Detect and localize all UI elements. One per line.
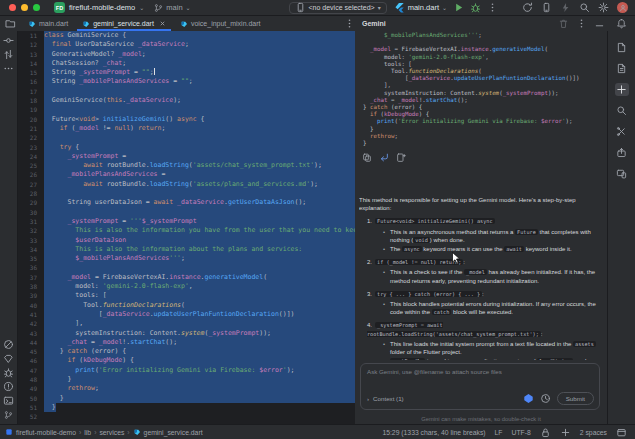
indent-widget[interactable]: 2 spaces (580, 429, 607, 436)
gemini-code-line: $_mobilePlansAndServices'''; (363, 32, 607, 39)
encoding-widget[interactable]: UTF-8 (512, 429, 531, 436)
editor-line: 42 ], (18, 319, 355, 328)
device-selector[interactable]: <no device selected> ▾ (289, 2, 387, 14)
minimize-panel-icon[interactable] (594, 18, 605, 29)
editor-line: 20 Future<void> initializeGemini() async… (18, 115, 355, 124)
context-toggle[interactable]: Context (1) (367, 395, 404, 402)
tab-label: voice_input_mixin.dart (191, 20, 261, 27)
sync-off-icon[interactable] (2, 338, 16, 351)
person-icon (619, 4, 627, 12)
left-stripe-top (2, 33, 16, 76)
gemini-gem-icon[interactable] (523, 393, 534, 404)
lock-icon[interactable] (540, 427, 551, 438)
editor-line: 47 print('Error initializing Gemini via … (18, 366, 355, 375)
minimize-window-button[interactable] (21, 4, 28, 11)
editor-line: 25 await rootBundle.loadString('assets/c… (18, 161, 355, 170)
tab-voice_input_mixin.dart[interactable]: voice_input_mixin.dart (173, 16, 268, 31)
breadcrumb-item[interactable]: services (99, 429, 124, 436)
gemini-code-line: ], (363, 82, 607, 89)
chevron-down-icon: ⌄ (186, 4, 191, 11)
doc-icon[interactable] (615, 41, 629, 54)
close-window-button[interactable] (9, 4, 16, 11)
code-editor[interactable]: 11class GeminiService {12 final UserData… (18, 31, 355, 424)
caret-position-widget[interactable]: 15:29 (1333 chars, 40 line breaks) (382, 429, 485, 436)
settings-icon[interactable] (598, 2, 609, 13)
terminal-icon[interactable] (2, 394, 16, 407)
panel-options-icon[interactable] (576, 18, 587, 29)
commit-icon[interactable] (2, 34, 16, 47)
insert-icon[interactable] (379, 152, 389, 162)
bug-grey-icon[interactable] (2, 366, 16, 379)
doc-copy-icon[interactable] (615, 62, 629, 75)
more-h-icon[interactable] (2, 62, 16, 75)
dart-icon (82, 20, 90, 28)
popup-icon[interactable] (616, 427, 627, 438)
sync-icon[interactable] (522, 2, 533, 13)
gemini-code-line: _chat = _model!.startChat(); (363, 97, 607, 104)
export-icon[interactable] (615, 146, 629, 159)
breadcrumb-item[interactable]: gemini_service.dart (144, 429, 203, 436)
git-branch-icon[interactable] (2, 408, 16, 421)
explanation-bullet: The async keyword means it can use the a… (383, 245, 599, 253)
avatar[interactable] (617, 2, 628, 13)
editor-line: 52 (18, 412, 355, 421)
breadcrumb-item[interactable]: fireflut-mobile-demo (16, 429, 76, 436)
pin-icon[interactable] (615, 83, 629, 96)
zoom-window-button[interactable] (33, 4, 40, 11)
copy-icon[interactable] (362, 152, 372, 162)
plus-icon[interactable] (560, 427, 571, 438)
editor-line: 32 This is also the information you have… (18, 226, 355, 235)
editor-line: 12 final UserDataService _dataService; (18, 40, 355, 49)
project-selector[interactable]: FD fireflut-mobile-demo ⌄ (49, 2, 149, 13)
run-button[interactable] (453, 2, 464, 13)
problems-icon[interactable] (2, 380, 16, 393)
cut-icon[interactable] (615, 125, 629, 138)
gem-outline-icon[interactable] (2, 352, 16, 365)
project-tool-icon[interactable] (0, 18, 21, 29)
device-manager-icon[interactable] (541, 2, 552, 13)
chevron-down-icon: ▾ (378, 4, 381, 11)
gemini-input-box[interactable]: Ask Gemini, use @filename to attach sour… (360, 363, 600, 410)
editor-line: 24 _systemPrompt = (18, 152, 355, 161)
editor-line: 50 } (18, 394, 355, 403)
editor-line: 37 _model = FirebaseVertexAI.instance.ge… (18, 273, 355, 282)
gemini-code-line: model: 'gemini-2.0-flash-exp', (363, 54, 607, 61)
editor-line: 48 } (18, 375, 355, 384)
gemini-code-actions (355, 148, 607, 162)
explanation-numbered-item: 1.Future<void> initializeGemini() async (367, 217, 599, 225)
search-icon[interactable] (579, 2, 590, 13)
editor-line: 29 String userDataJson = await _dataServ… (18, 198, 355, 207)
editor-line: 39 tools: [ (18, 291, 355, 300)
gemini-input-bottom: Context (1) Submit (367, 392, 594, 405)
close-icon[interactable] (159, 20, 166, 27)
hot-reload-icon[interactable] (560, 2, 571, 13)
gemini-code-line: print('Error initializing Gemini via Fir… (363, 118, 607, 125)
left-tool-stripe (0, 31, 18, 424)
title-bar: FD fireflut-mobile-demo ⌄ main ⌄ <no dev… (0, 0, 635, 16)
history-clock-icon[interactable] (540, 393, 551, 404)
devices-icon[interactable] (615, 167, 629, 180)
new-file-icon[interactable] (396, 152, 406, 162)
notifications-bell-icon[interactable] (616, 18, 627, 29)
branch-selector[interactable]: main ⌄ (149, 3, 195, 13)
editor-line: 21 if (_model != null) return; (18, 124, 355, 133)
gemini-disclaimer: Gemini can make mistakes, so double-chec… (355, 416, 607, 422)
tab-gemini_service.dart[interactable]: gemini_service.dart (75, 16, 173, 31)
trash-icon[interactable] (558, 18, 569, 29)
line-separator-widget[interactable]: LF (495, 429, 503, 436)
vcs-update-icon[interactable] (2, 48, 16, 61)
gemini-code-line: } (363, 126, 607, 133)
editor-line: 19 (18, 105, 355, 114)
explanation-bullet: This line loads the initial system promp… (383, 340, 599, 356)
breadcrumb-item[interactable]: lib (84, 429, 91, 436)
editor-options-icon[interactable] (344, 18, 355, 29)
submit-button[interactable]: Submit (557, 392, 594, 405)
find-icon[interactable] (615, 104, 629, 117)
dart-icon (180, 20, 188, 28)
debug-button[interactable] (470, 2, 481, 13)
run-config-selector[interactable]: main.dart ⌄ (394, 2, 447, 13)
more-actions-icon[interactable] (487, 2, 498, 13)
tab-main.dart[interactable]: main.dart (21, 16, 75, 31)
ide-window: FD fireflut-mobile-demo ⌄ main ⌄ <no dev… (0, 0, 635, 439)
editor-line: 30 (18, 208, 355, 217)
